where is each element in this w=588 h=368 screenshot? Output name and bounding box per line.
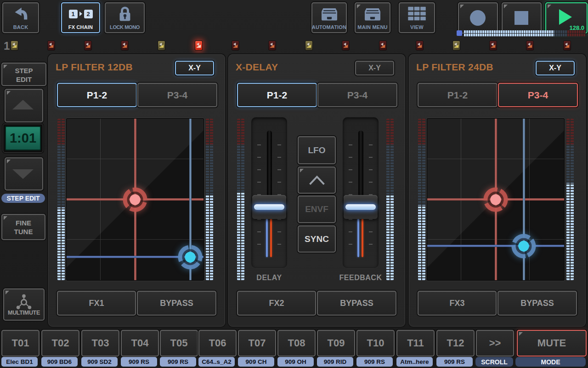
track-label-t03[interactable]: 909 SD2 — [81, 357, 118, 367]
track-button-t11[interactable]: T11 — [396, 330, 435, 356]
panel3-xy-pad[interactable] — [427, 119, 564, 280]
track-button-t02[interactable]: T02 — [41, 330, 79, 356]
panel3-blue-puck[interactable] — [509, 232, 538, 260]
stop-icon — [514, 11, 528, 25]
panel2-xy-button[interactable]: X-Y — [355, 61, 394, 75]
panel1-meter-left — [57, 119, 65, 280]
delay-fader-glow — [254, 204, 284, 210]
step-page-up-button[interactable] — [5, 89, 43, 122]
scroll-badge[interactable]: SCROLL — [475, 357, 513, 367]
pattern-progress-meter — [464, 30, 586, 36]
panel1-blue-puck[interactable] — [176, 243, 204, 271]
panel2-p12-button[interactable]: P1-2 — [237, 83, 317, 107]
delay-slider[interactable] — [251, 117, 287, 268]
step-indicator-5 — [158, 40, 165, 51]
lock-mono-button[interactable]: LOCK MONO — [105, 2, 145, 33]
multi-mute-button[interactable]: MULTIMUTE — [3, 288, 45, 321]
main-menu-button[interactable]: MAIN MENU — [355, 2, 390, 33]
panel3-meter-left — [418, 119, 425, 280]
delay-fader-cap[interactable] — [252, 195, 286, 219]
sync-button[interactable]: SYNC — [298, 225, 336, 253]
panel1-meter-right — [206, 119, 213, 280]
panel1-bypass-button[interactable]: BYPASS — [137, 291, 216, 316]
panel2-bypass-button[interactable]: BYPASS — [317, 291, 396, 316]
fx-chain-button[interactable]: 1 2 FX CHAIN — [61, 2, 100, 33]
down-arrow-icon — [12, 169, 34, 179]
track-button-t05[interactable]: T05 — [160, 330, 198, 356]
track-label-t06[interactable]: C64..s_A2 — [198, 357, 235, 367]
panel1-xy-pad[interactable] — [67, 119, 204, 280]
step-page-down-button[interactable] — [5, 157, 43, 190]
track-button-t08[interactable]: T08 — [277, 330, 316, 356]
back-button[interactable]: BACK — [2, 2, 39, 33]
panel2-fx-button[interactable]: FX2 — [237, 291, 316, 316]
panel2-p34-button[interactable]: P3-4 — [317, 83, 397, 107]
play-button[interactable]: 128.0 — [545, 2, 588, 34]
panel3-fx-button[interactable]: FX3 — [418, 291, 497, 316]
track-label-t02[interactable]: 909 BD6 — [41, 357, 78, 367]
panel1-fx-button[interactable]: FX1 — [57, 291, 136, 316]
mode-badge[interactable]: MODE — [515, 357, 586, 367]
track-label-t01[interactable]: Elec BD1 — [1, 357, 38, 367]
step-indicator-4 — [121, 40, 129, 51]
track-label-t11[interactable]: Atm..here — [396, 357, 433, 367]
lock-mono-label: LOCK MONO — [110, 24, 140, 30]
main-menu-drawer-icon — [356, 3, 390, 24]
track-label-t08[interactable]: 909 OH — [277, 357, 314, 367]
track-label-t07[interactable]: 909 CH — [238, 357, 274, 367]
track-button-t09[interactable]: T09 — [317, 330, 355, 356]
lfo-button[interactable]: LFO — [298, 136, 336, 164]
fx-panel-2: X-DELAY X-Y P1-2 P3-4 LFO ENVF SYNC — [228, 54, 405, 327]
lfo-shape-button[interactable] — [298, 167, 336, 194]
mute-button[interactable]: MUTE — [517, 330, 587, 356]
track-button-t06[interactable]: T06 — [198, 330, 237, 356]
automation-button[interactable]: AUTOMATION — [311, 2, 347, 33]
track-button-t03[interactable]: T03 — [81, 330, 119, 356]
panel1-p12-button[interactable]: P1-2 — [57, 83, 137, 107]
step-indicator-7 — [232, 40, 239, 51]
scroll-tracks-button[interactable]: >> — [476, 330, 514, 356]
panel3-bypass-button[interactable]: BYPASS — [498, 291, 577, 316]
track-button-t01[interactable]: T01 — [1, 330, 40, 356]
panel3-red-puck[interactable] — [481, 185, 510, 214]
step-indicator-8 — [268, 40, 276, 51]
fine-tune-button[interactable]: FINETUNE — [1, 214, 45, 240]
track-label-t04[interactable]: 909 RS — [121, 357, 157, 367]
track-label-t12[interactable]: 909 RS — [436, 357, 473, 367]
feedback-fader-cap[interactable] — [344, 195, 378, 219]
view-button[interactable]: VIEW — [399, 2, 435, 33]
panel3-p12-button[interactable]: P1-2 — [418, 83, 498, 107]
track-label-t05[interactable]: 909 RS — [160, 357, 196, 367]
delay-ticks-right — [277, 144, 281, 245]
feedback-label: FEEDBACK — [333, 274, 388, 282]
panel1-red-puck[interactable] — [121, 185, 149, 214]
step-edit-mode-badge: STEP EDIT — [1, 194, 45, 203]
automation-drawer-icon — [312, 3, 346, 24]
feedback-rail-blue — [357, 218, 359, 257]
panel3-p34-button[interactable]: P3-4 — [498, 83, 578, 107]
feedback-slider[interactable] — [343, 117, 379, 268]
track-button-t07[interactable]: T07 — [238, 330, 276, 356]
track-button-t12[interactable]: T12 — [436, 330, 475, 356]
track-label-t10[interactable]: 909 RS — [356, 357, 393, 367]
step-indicator-6 — [195, 40, 203, 51]
step-edit-top-button[interactable]: STEPEDIT — [1, 63, 46, 86]
triangle-wave-icon — [308, 175, 326, 186]
stop-button[interactable] — [502, 2, 542, 34]
panel3-blue-crosshair-h — [427, 245, 564, 247]
back-arrow-icon — [3, 3, 38, 24]
track-button-t04[interactable]: T04 — [121, 330, 159, 356]
step-indicator-3 — [84, 40, 92, 51]
record-button[interactable] — [458, 2, 498, 34]
panel1-xy-button[interactable]: X-Y — [175, 61, 214, 75]
panel3-xy-button[interactable]: X-Y — [536, 61, 575, 75]
panel1-p34-button[interactable]: P3-4 — [137, 83, 217, 107]
track-label-t09[interactable]: 909 RID — [317, 357, 353, 367]
envf-button[interactable]: ENVF — [298, 196, 336, 223]
track-button-t10[interactable]: T10 — [356, 330, 395, 356]
play-icon — [559, 9, 572, 25]
step-indicator-14 — [489, 40, 497, 51]
feedback-rail-top — [358, 131, 363, 197]
position-value: 1:01 — [5, 126, 41, 150]
panel3-meter-right — [566, 119, 574, 280]
